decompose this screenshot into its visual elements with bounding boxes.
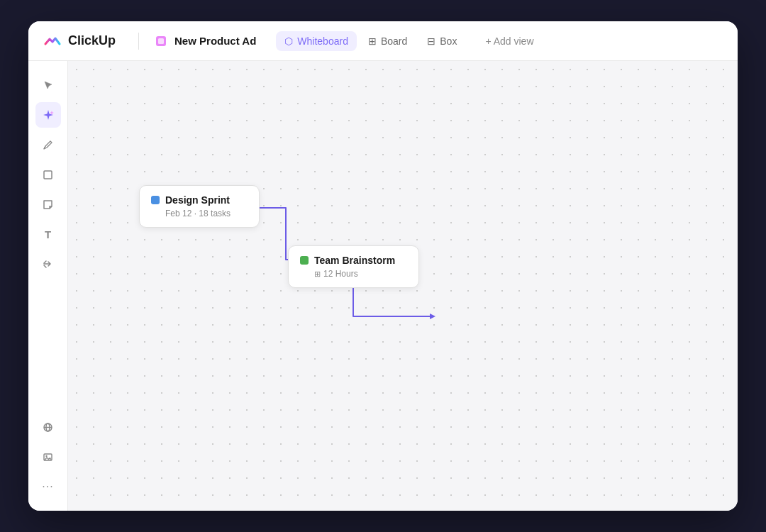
clickup-logo-icon xyxy=(43,31,62,51)
note-tool[interactable] xyxy=(35,192,61,217)
team-brainstorm-title: Team Brainstorm xyxy=(314,255,395,266)
tab-box[interactable]: ⊟ Box xyxy=(418,31,465,51)
logo-area[interactable]: ClickUp xyxy=(43,31,116,51)
more-icon: ··· xyxy=(42,480,53,493)
text-tool[interactable]: T xyxy=(35,221,61,247)
project-icon xyxy=(153,33,169,49)
project-name: New Product Ad xyxy=(174,35,256,47)
whiteboard-canvas[interactable]: Design Sprint Feb 12 · 18 tasks Team Bra… xyxy=(68,61,738,511)
text-icon: T xyxy=(45,228,51,240)
add-view-label: + Add view xyxy=(485,35,533,47)
box-tab-icon: ⊟ xyxy=(427,35,435,47)
design-sprint-header: Design Sprint xyxy=(151,194,248,206)
ai-tool[interactable] xyxy=(35,102,61,128)
team-brainstorm-dot xyxy=(300,256,309,265)
hours-icon: ⊞ xyxy=(314,270,321,279)
arrow-icon xyxy=(43,259,53,270)
arrow2-head xyxy=(430,314,435,319)
team-brainstorm-hours: ⊞ 12 Hours xyxy=(314,269,407,279)
main-area: T xyxy=(28,61,738,511)
sparkle-icon xyxy=(43,109,54,121)
design-sprint-dot xyxy=(151,196,160,204)
design-sprint-card[interactable]: Design Sprint Feb 12 · 18 tasks xyxy=(139,185,260,228)
cursor-icon xyxy=(43,80,53,90)
svg-rect-1 xyxy=(158,38,164,44)
whiteboard-tab-icon: ⬡ xyxy=(284,35,293,47)
header-divider xyxy=(138,33,139,50)
logo-text: ClickUp xyxy=(68,33,116,48)
cursor-tool[interactable] xyxy=(35,72,61,98)
arrow-tool[interactable] xyxy=(35,251,61,277)
tab-whiteboard[interactable]: ⬡ Whiteboard xyxy=(276,31,357,51)
box-tab-label: Box xyxy=(440,35,457,47)
app-window: ClickUp New Product Ad ⬡ Whiteboard ⊞ Bo… xyxy=(28,21,738,511)
rectangle-tool[interactable] xyxy=(35,162,61,187)
nav-tabs: ⬡ Whiteboard ⊞ Board ⊟ Box xyxy=(276,31,465,51)
design-sprint-title: Design Sprint xyxy=(165,194,230,206)
whiteboard-tab-label: Whiteboard xyxy=(297,35,348,47)
project-selector[interactable]: New Product Ad xyxy=(153,33,256,49)
hours-text: 12 Hours xyxy=(323,269,358,279)
more-tools[interactable]: ··· xyxy=(35,474,61,499)
board-tab-icon: ⊞ xyxy=(368,35,377,47)
svg-point-7 xyxy=(45,455,47,456)
add-view-button[interactable]: + Add view xyxy=(479,31,539,51)
left-toolbar: T xyxy=(28,61,68,511)
team-brainstorm-card[interactable]: Team Brainstorm ⊞ 12 Hours xyxy=(288,245,419,288)
svg-rect-2 xyxy=(44,171,52,179)
design-sprint-meta: Feb 12 · 18 tasks xyxy=(165,209,248,218)
globe-icon xyxy=(43,422,53,433)
header: ClickUp New Product Ad ⬡ Whiteboard ⊞ Bo… xyxy=(28,21,738,61)
rectangle-icon xyxy=(43,170,53,180)
tab-board[interactable]: ⊞ Board xyxy=(360,31,416,51)
globe-tool[interactable] xyxy=(35,414,61,440)
pen-tool[interactable] xyxy=(35,132,61,157)
note-icon xyxy=(43,199,53,210)
team-brainstorm-header: Team Brainstorm xyxy=(300,255,407,266)
board-tab-label: Board xyxy=(381,35,407,47)
image-tool[interactable] xyxy=(35,444,61,470)
image-icon xyxy=(43,452,53,462)
pen-icon xyxy=(43,140,53,150)
